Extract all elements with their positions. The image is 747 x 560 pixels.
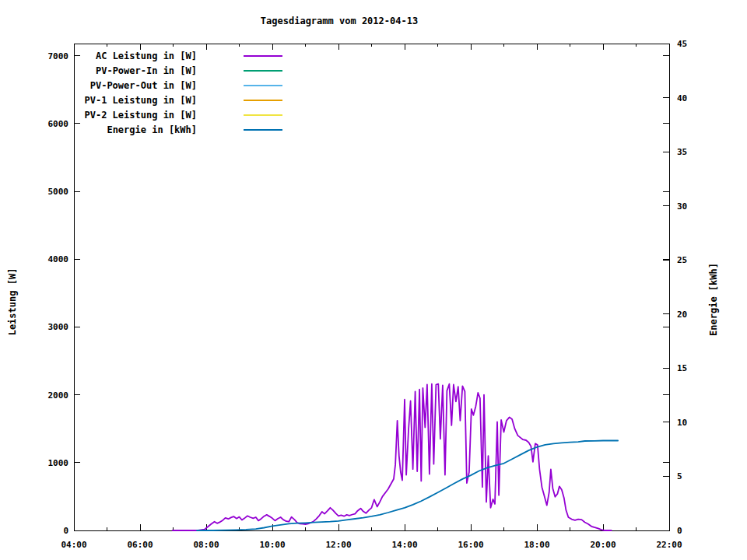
series-line-ac-leistung-in-w (173, 384, 612, 530)
x-tick-label: 04:00 (61, 540, 86, 550)
y2-tick-label: 45 (677, 39, 687, 49)
y-tick-label: 7000 (48, 51, 69, 61)
x-tick-label: 22:00 (656, 540, 682, 550)
y2-tick-label: 5 (677, 471, 682, 481)
y2-axis-label: Energie [kWh] (708, 263, 719, 336)
y2-tick-label: 35 (677, 147, 687, 157)
legend-label: PV-Power-Out in [W] (90, 80, 197, 91)
x-tick-label: 18:00 (524, 540, 549, 550)
plot-area: 04:0006:0008:0010:0012:0014:0016:0018:00… (48, 39, 688, 550)
legend-label: Energie in [kWh] (107, 124, 197, 135)
y2-tick-label: 20 (677, 310, 687, 320)
y-tick-label: 5000 (48, 187, 69, 197)
day-chart-svg: Tagesdiagramm vom 2012-04-13 Leistung [W… (0, 0, 747, 560)
legend-label: PV-2 Leistung in [W] (85, 110, 198, 121)
y2-tick-label: 0 (677, 526, 682, 536)
y2-tick-label: 40 (677, 93, 687, 103)
y2-tick-label: 25 (677, 255, 687, 265)
y-tick-label: 2000 (48, 390, 69, 401)
x-tick-label: 10:00 (259, 540, 285, 550)
legend-label: PV-1 Leistung in [W] (85, 95, 198, 106)
x-tick-label: 16:00 (458, 540, 483, 550)
x-tick-label: 12:00 (325, 540, 351, 550)
y-tick-label: 4000 (48, 254, 69, 264)
x-tick-label: 08:00 (193, 540, 219, 550)
y-tick-label: 0 (63, 526, 68, 536)
y-tick-label: 3000 (48, 322, 69, 332)
x-tick-label: 06:00 (127, 540, 153, 550)
y2-tick-label: 15 (677, 363, 687, 373)
legend-label: PV-Power-In in [W] (96, 65, 197, 76)
legend-label: AC Leistung in [W] (96, 51, 197, 61)
gnuplot-day-chart-page: Tagesdiagramm vom 2012-04-13 Leistung [W… (0, 0, 747, 560)
x-tick-label: 14:00 (391, 540, 417, 550)
chart-title: Tagesdiagramm vom 2012-04-13 (261, 16, 418, 26)
y2-tick-label: 10 (677, 418, 687, 428)
y-axis-label: Leistung [W] (7, 268, 18, 336)
y-tick-label: 6000 (48, 119, 69, 129)
y-tick-label: 1000 (48, 458, 69, 468)
x-tick-label: 20:00 (590, 540, 615, 550)
y2-tick-label: 30 (677, 201, 687, 212)
